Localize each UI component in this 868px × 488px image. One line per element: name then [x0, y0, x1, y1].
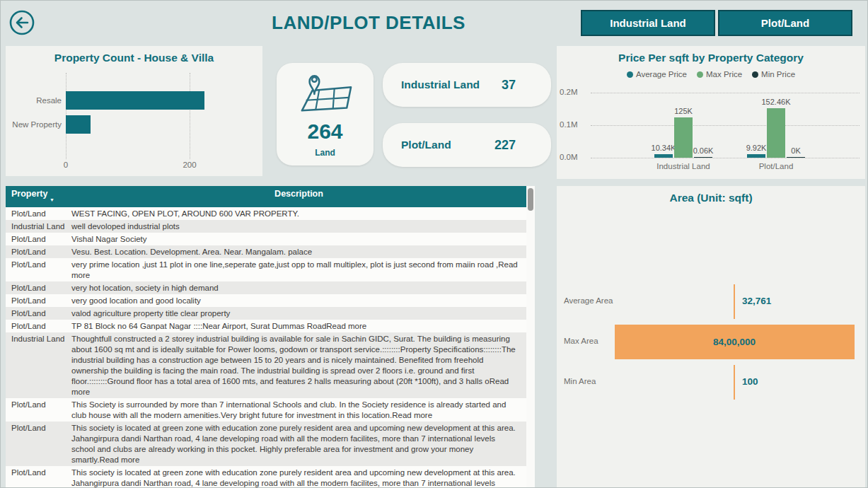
- table-header-property[interactable]: Property: [11, 189, 47, 199]
- y-tick-label: 0.2M: [560, 88, 586, 96]
- cell-description: Vesu. Best. Location. Development. Area.…: [71, 245, 526, 258]
- y-gridline: [591, 158, 860, 158]
- map-pin-icon: [298, 67, 353, 118]
- funnel-value: 32,761: [742, 296, 771, 306]
- kpi-card-value: 227: [494, 138, 516, 153]
- kpi-card-plot-land: Plot/Land227: [383, 123, 551, 167]
- bar-new-property[interactable]: [66, 115, 91, 134]
- cell-property: Plot/Land: [6, 320, 71, 332]
- cell-property: Plot/Land: [6, 258, 71, 281]
- property-count-chart: 0200ResaleNew Property: [6, 46, 262, 176]
- cell-description: This society is located at green zone wi…: [71, 466, 526, 487]
- funnel-category-label: Min Area: [564, 377, 596, 385]
- funnel-category-label: Average Area: [564, 296, 613, 305]
- funnel-bar-max-area[interactable]: 84,00,000: [615, 325, 855, 359]
- cell-property: Plot/Land: [6, 281, 71, 294]
- cell-description: This society is located at green zone wi…: [71, 422, 526, 466]
- y-tick-label: 0.1M: [560, 120, 586, 129]
- x-tick-label: 200: [179, 161, 200, 169]
- bar-min-price-plot-land[interactable]: [787, 157, 805, 158]
- cell-property: Plot/Land: [6, 307, 71, 320]
- table-row[interactable]: Industrial LandThoughtfull constructed a…: [6, 332, 526, 398]
- cell-description: very good location and good locality: [71, 294, 526, 307]
- x-tick-label: 0: [55, 161, 76, 169]
- cell-property: Industrial Land: [6, 332, 71, 398]
- sort-descending-icon[interactable]: ▼: [50, 197, 54, 202]
- filter-button-plot-land[interactable]: Plot/Land: [718, 10, 852, 36]
- cell-description: very hot location, society in high deman…: [71, 281, 526, 294]
- property-table-panel: Property ▼ Description Plot/LandWEST FAC…: [6, 186, 535, 487]
- cell-property: Plot/Land: [6, 207, 71, 220]
- table-row[interactable]: Plot/LandVishal Nagar Society: [6, 233, 526, 245]
- land-count-value: 264: [277, 120, 374, 144]
- cell-description: well devoloped industrial plots: [71, 220, 526, 233]
- page-title: LAND/PLOT DETAILS: [213, 12, 524, 34]
- table-row[interactable]: Plot/LandWEST FACING, OPEN PLOT, AROUND …: [6, 207, 526, 220]
- cell-description: valod agriculture property title clear p…: [71, 307, 526, 320]
- land-plot-dashboard: LAND/PLOT DETAILS Industrial LandPlot/La…: [0, 0, 868, 488]
- filter-button-industrial-land[interactable]: Industrial Land: [581, 10, 715, 36]
- cell-property: Plot/Land: [6, 294, 71, 307]
- table-body: Plot/LandWEST FACING, OPEN PLOT, AROUND …: [6, 207, 526, 487]
- table-row[interactable]: Plot/Landvery good location and good loc…: [6, 294, 526, 307]
- data-label: 0.06K: [682, 146, 724, 155]
- arrow-left-circle-icon: [8, 9, 35, 36]
- category-label: Plot/Land: [734, 162, 818, 170]
- kpi-card-label: Industrial Land: [401, 79, 480, 91]
- area-chart-panel: Area (Unit: sqft) 32,761Average Area84,0…: [557, 186, 865, 487]
- bar-average-price-industrial-land[interactable]: [654, 154, 673, 158]
- table-row[interactable]: Plot/LandTP 81 Block no 64 Ganpat Nagar …: [6, 320, 526, 332]
- funnel-bar-min-area[interactable]: [734, 365, 735, 400]
- data-label: 125K: [662, 107, 705, 115]
- table-scrollbar-thumb[interactable]: [528, 188, 533, 211]
- cell-property: Plot/Land: [6, 245, 71, 258]
- funnel-value: 100: [742, 376, 758, 387]
- cell-description: Vishal Nagar Society: [71, 233, 526, 245]
- table-scrollbar[interactable]: [526, 186, 535, 487]
- category-label: Resale: [6, 96, 62, 105]
- land-count-label: Land: [277, 148, 374, 158]
- funnel-bar-average-area[interactable]: [734, 284, 735, 319]
- table-row[interactable]: Industrial Landwell devoloped industrial…: [6, 220, 526, 233]
- cell-property: Plot/Land: [6, 422, 71, 466]
- price-per-sqft-chart-panel: Price Per sqft by Property Category Aver…: [557, 46, 865, 179]
- funnel-category-label: Max Area: [564, 337, 598, 345]
- back-button[interactable]: [8, 9, 35, 36]
- y-gridline: [591, 93, 860, 93]
- category-label: New Property: [6, 120, 62, 129]
- cell-description: TP 81 Block no 64 Ganpat Nagar ::::Near …: [71, 320, 526, 332]
- table-header: Property ▼ Description: [6, 186, 526, 207]
- table-row[interactable]: Plot/Landvery hot location, society in h…: [6, 281, 526, 294]
- area-funnel-chart: 32,761Average Area84,00,000Max Area100Mi…: [557, 186, 865, 487]
- cell-property: Plot/Land: [6, 398, 71, 422]
- table-row[interactable]: Plot/LandVesu. Best. Location. Developme…: [6, 245, 526, 258]
- cell-description: very prime location ,just 11 plot in one…: [71, 258, 526, 281]
- kpi-card-industrial-land: Industrial Land37: [383, 63, 551, 107]
- table-row[interactable]: Plot/LandThis society is located at gree…: [6, 422, 526, 466]
- bar-average-price-plot-land[interactable]: [747, 154, 765, 158]
- y-gridline: [591, 125, 860, 126]
- bar-min-price-industrial-land[interactable]: [694, 157, 712, 158]
- property-count-chart-panel: Property Count - House & Villa 0200Resal…: [6, 46, 262, 176]
- y-tick-label: 0.0M: [560, 153, 586, 161]
- cell-description: WEST FACING, OPEN PLOT, AROUND 600 VAR P…: [71, 207, 526, 220]
- table-row[interactable]: Plot/LandThis society is located at gree…: [6, 466, 526, 487]
- cell-property: Industrial Land: [6, 220, 71, 233]
- land-count-card: 264 Land: [277, 63, 374, 165]
- table-row[interactable]: Plot/LandThis Society is surrounded by m…: [6, 398, 526, 422]
- category-label: Industrial Land: [641, 162, 726, 170]
- kpi-card-label: Plot/Land: [401, 139, 451, 151]
- bar-resale[interactable]: [66, 91, 204, 110]
- cell-property: Plot/Land: [6, 233, 71, 245]
- cell-description: Thoughtfull constructed a 2 storey indus…: [71, 332, 526, 398]
- price-chart-plot: 0.0M0.1M0.2M10.34K125K0.06KIndustrial La…: [557, 46, 865, 179]
- table-header-description[interactable]: Description: [71, 189, 526, 199]
- filter-buttons: Industrial LandPlot/Land: [581, 10, 852, 36]
- cell-description: This Society is surrounded by more than …: [71, 398, 526, 422]
- data-label: 152.46K: [755, 98, 797, 106]
- x-gridline: [190, 73, 190, 159]
- table-row[interactable]: Plot/Landvery prime location ,just 11 pl…: [6, 258, 526, 281]
- kpi-card-value: 37: [502, 78, 516, 93]
- table-row[interactable]: Plot/Landvalod agriculture property titl…: [6, 307, 526, 320]
- cell-property: Plot/Land: [6, 466, 71, 487]
